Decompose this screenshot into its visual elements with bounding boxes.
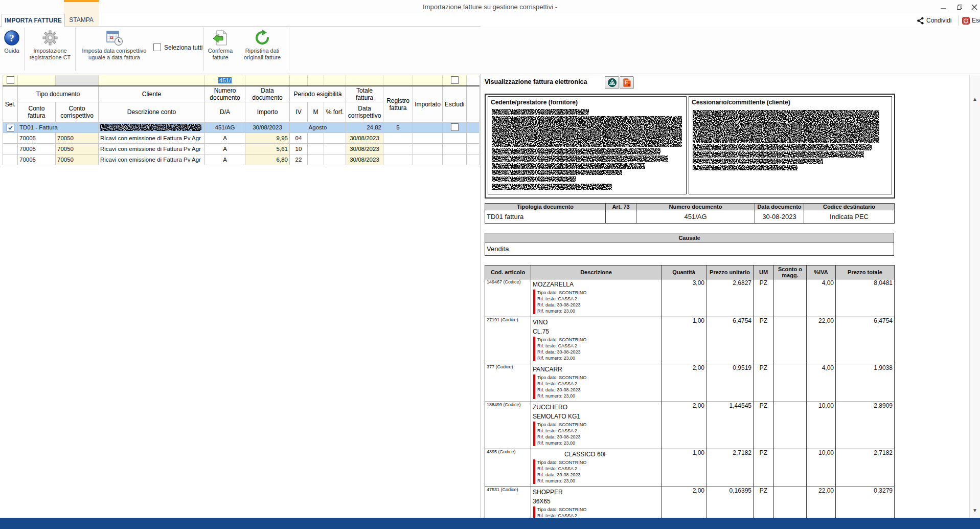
col-header-sel[interactable]: Sel.: [3, 86, 18, 122]
cell-cliente-redacted[interactable]: [99, 122, 205, 133]
filter-iv[interactable]: [290, 75, 308, 86]
filter-data-corrispettivo[interactable]: [346, 75, 383, 86]
cell-registro[interactable]: [383, 133, 413, 144]
guida-button[interactable]: ? Guida: [1, 29, 22, 54]
filter-numero-documento-input[interactable]: 451/: [205, 75, 245, 86]
col-header-data-corrispettivo[interactable]: Data corrispettivo: [346, 102, 383, 122]
cell-m[interactable]: [308, 155, 324, 165]
filter-conto-corrispettivo[interactable]: [56, 75, 99, 86]
cell-conto-fattura[interactable]: 70005: [18, 133, 56, 144]
col-header-registro-fattura[interactable]: Registro fattura: [383, 86, 413, 122]
cell-descrizione-conto[interactable]: Ricavi con emissione di Fattura Pv Agr: [99, 155, 205, 165]
cell-importo[interactable]: 9,95: [245, 133, 290, 144]
cell-tipo-documento[interactable]: TD01 - Fattura: [18, 122, 99, 133]
cell-totale-fattura[interactable]: 24,82: [346, 122, 383, 133]
table-row[interactable]: 70005 70050 Ricavi con emissione di Fatt…: [3, 155, 480, 165]
filter-forf[interactable]: [324, 75, 346, 86]
col-header-m[interactable]: M: [308, 102, 324, 122]
col-header-tipo-documento[interactable]: Tipo documento: [18, 86, 99, 102]
filter-select-all-checkbox[interactable]: [3, 75, 18, 86]
col-header-periodo-esigibilita[interactable]: Periodo esigibilità: [290, 86, 346, 102]
ripristina-dati-button[interactable]: Ripristina dati originali fatture: [238, 29, 287, 61]
col-header-escludi[interactable]: Escludi: [443, 86, 467, 122]
restore-button[interactable]: [953, 2, 966, 12]
cell-conto-fattura[interactable]: 70005: [18, 155, 56, 165]
cell-registro[interactable]: 5: [383, 122, 413, 133]
invoice-row-selected[interactable]: TD01 - Fattura 451/AG 30/08/2023 Agosto …: [3, 122, 480, 133]
col-header-importo[interactable]: Importo: [245, 102, 290, 122]
scroll-down-icon[interactable]: ▼: [971, 508, 979, 513]
col-header-da[interactable]: D/A: [205, 102, 245, 122]
fattura-pdf-view-button[interactable]: F e: [620, 76, 634, 89]
cell-forf[interactable]: [324, 144, 346, 155]
table-row[interactable]: 70005 70050 Ricavi con emissione di Fatt…: [3, 133, 480, 144]
table-row[interactable]: 70005 70050 Ricavi con emissione di Fatt…: [3, 144, 480, 155]
assosoftware-view-button[interactable]: A: [605, 76, 619, 89]
close-button[interactable]: [968, 2, 980, 12]
filter-descrizione[interactable]: [99, 75, 205, 86]
filter-escludi-checkbox[interactable]: [443, 75, 467, 86]
cell-da[interactable]: A: [205, 144, 245, 155]
filter-conto-fattura[interactable]: [18, 75, 56, 86]
conferma-fatture-button[interactable]: Conferma fatture: [206, 29, 235, 61]
cell-conto-corrispettivo[interactable]: 70050: [56, 155, 99, 165]
filter-m[interactable]: [308, 75, 324, 86]
cell-data-corrispettivo[interactable]: 30/08/2023: [346, 133, 383, 144]
filter-importato[interactable]: [413, 75, 443, 86]
cell-numero-documento[interactable]: 451/AG: [205, 122, 245, 133]
col-header-conto-corrispettivo[interactable]: Conto corrispettivo: [56, 102, 99, 122]
col-header-iv[interactable]: IV: [290, 102, 308, 122]
row-select-checkbox[interactable]: [3, 122, 18, 133]
cell-importato[interactable]: [413, 155, 443, 165]
col-header-descrizione-conto[interactable]: Descrizione conto: [99, 102, 205, 122]
cell-escludi[interactable]: [443, 155, 467, 165]
filter-importo[interactable]: [245, 75, 290, 86]
cell-forf[interactable]: [324, 133, 346, 144]
impostazione-registrazione-button[interactable]: Impostazione registrazione CT: [27, 29, 74, 61]
cell-data-documento[interactable]: 30/08/2023: [245, 122, 290, 133]
cell-descrizione-conto[interactable]: Ricavi con emissione di Fattura Pv Agr: [99, 144, 205, 155]
cell-escludi[interactable]: [443, 133, 467, 144]
cell-conto-corrispettivo[interactable]: 70050: [56, 133, 99, 144]
tab-importa-fatture[interactable]: IMPORTA FATTURE: [2, 14, 65, 27]
cell-importo[interactable]: 6,80: [245, 155, 290, 165]
cell-importo[interactable]: 5,61: [245, 144, 290, 155]
esci-button[interactable]: Esci: [962, 16, 980, 25]
cell-periodo[interactable]: Agosto: [290, 122, 346, 133]
cell-importato[interactable]: [413, 144, 443, 155]
col-header-numero-documento[interactable]: Numero documento: [205, 86, 245, 102]
cell-iv[interactable]: 10: [290, 144, 308, 155]
cell-iv[interactable]: 22: [290, 155, 308, 165]
col-header-conto-fattura[interactable]: Conto fattura: [18, 102, 56, 122]
cell-registro[interactable]: [383, 144, 413, 155]
seleziona-tutti-checkbox[interactable]: Seleziona tutti: [153, 43, 202, 51]
cell-data-corrispettivo[interactable]: 30/08/2023: [346, 155, 383, 165]
cell-m[interactable]: [308, 144, 324, 155]
cell-m[interactable]: [308, 133, 324, 144]
cell-iv[interactable]: 04: [290, 133, 308, 144]
condividi-button[interactable]: Condividi: [917, 16, 951, 25]
cell-importato[interactable]: [413, 122, 443, 133]
col-header-importato[interactable]: Importato: [413, 86, 443, 122]
col-header-cliente[interactable]: Cliente: [99, 86, 205, 102]
panel-splitter[interactable]: [481, 74, 481, 518]
col-header-data-documento[interactable]: Data documento: [245, 86, 290, 102]
cell-importato[interactable]: [413, 133, 443, 144]
filter-registro[interactable]: [383, 75, 413, 86]
cell-sel[interactable]: [3, 155, 18, 165]
imposta-data-button[interactable]: Imposta data corrispettivo uguale a data…: [78, 29, 151, 61]
vertical-scrollbar[interactable]: [969, 75, 980, 518]
cell-da[interactable]: A: [205, 133, 245, 144]
minimize-button[interactable]: [937, 2, 950, 12]
scroll-up-icon[interactable]: ▲: [971, 96, 979, 102]
cell-da[interactable]: A: [205, 155, 245, 165]
cell-conto-fattura[interactable]: 70005: [18, 144, 56, 155]
cell-escludi-checkbox[interactable]: [443, 122, 467, 133]
cell-descrizione-conto[interactable]: Ricavi con emissione di Fattura Pv Agr: [99, 133, 205, 144]
cell-sel[interactable]: [3, 144, 18, 155]
cell-forf[interactable]: [324, 155, 346, 165]
cell-data-corrispettivo[interactable]: 30/08/2023: [346, 144, 383, 155]
col-header-totale-fattura[interactable]: Totale fattura: [346, 86, 383, 102]
col-header-forf[interactable]: % forf.: [324, 102, 346, 122]
cell-escludi[interactable]: [443, 144, 467, 155]
